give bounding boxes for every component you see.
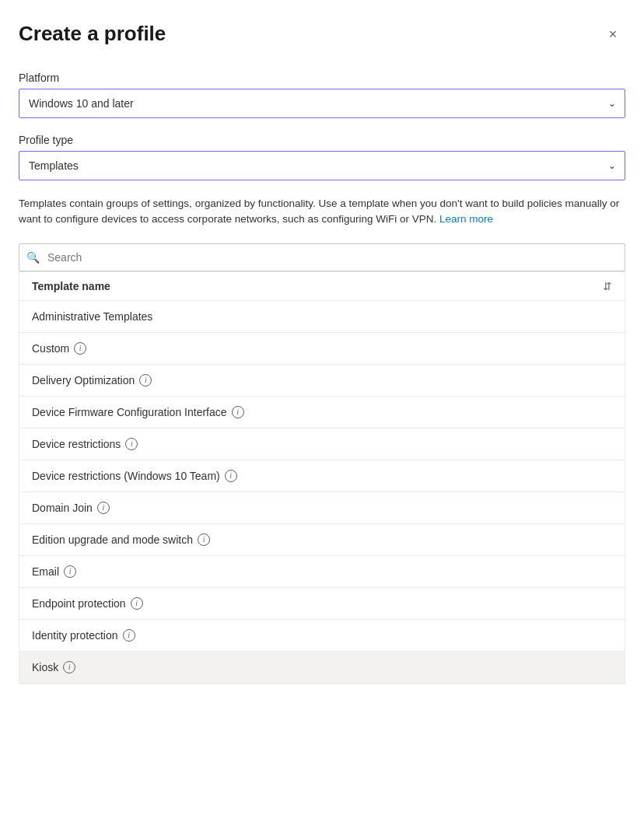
table-row[interactable]: Device restrictions i xyxy=(19,428,625,460)
table-row[interactable]: Delivery Optimization i xyxy=(19,365,625,397)
row-label: Device Firmware Configuration Interface xyxy=(32,406,227,418)
learn-more-link[interactable]: Learn more xyxy=(439,213,493,225)
template-name-column-header: Template name xyxy=(32,280,110,292)
table-row[interactable]: Identity protection i xyxy=(19,620,625,652)
row-label: Edition upgrade and mode switch xyxy=(32,533,193,546)
info-icon[interactable]: i xyxy=(232,406,244,418)
table-row[interactable]: Administrative Templates xyxy=(19,301,625,333)
row-label: Domain Join xyxy=(32,502,93,514)
template-table: Template name ⇵ Administrative Templates… xyxy=(19,271,625,684)
search-input[interactable] xyxy=(19,243,625,271)
table-row[interactable]: Custom i xyxy=(19,333,625,365)
table-row[interactable]: Email i xyxy=(19,556,625,588)
row-label: Device restrictions xyxy=(32,438,121,450)
table-header-row: Template name ⇵ xyxy=(19,271,625,301)
search-wrapper: 🔍 xyxy=(19,243,625,271)
info-icon[interactable]: i xyxy=(64,565,76,578)
info-icon[interactable]: i xyxy=(225,470,237,482)
table-row[interactable]: Endpoint protection i xyxy=(19,588,625,620)
info-icon[interactable]: i xyxy=(123,629,135,642)
row-label: Email xyxy=(32,565,59,578)
profile-type-label: Profile type xyxy=(19,134,625,146)
profile-type-select-wrapper: Templates Settings catalog ⌄ xyxy=(19,151,625,180)
table-row[interactable]: Device restrictions (Windows 10 Team) i xyxy=(19,460,625,492)
platform-select-wrapper: Windows 10 and later Windows 8.1 and lat… xyxy=(19,89,625,118)
row-label: Administrative Templates xyxy=(32,310,152,323)
info-icon[interactable]: i xyxy=(97,502,110,514)
platform-field-group: Platform Windows 10 and later Windows 8.… xyxy=(19,72,625,118)
table-row[interactable]: Edition upgrade and mode switch i xyxy=(19,524,625,556)
row-label: Identity protection xyxy=(32,629,118,642)
sort-icon[interactable]: ⇵ xyxy=(603,280,612,292)
close-button[interactable]: × xyxy=(600,22,625,47)
platform-label: Platform xyxy=(19,72,625,84)
platform-select[interactable]: Windows 10 and later Windows 8.1 and lat… xyxy=(19,89,625,118)
info-icon[interactable]: i xyxy=(131,597,143,610)
info-icon[interactable]: i xyxy=(139,374,152,387)
info-icon[interactable]: i xyxy=(198,533,210,546)
description-text: Templates contain groups of settings, or… xyxy=(19,196,625,228)
table-row[interactable]: Device Firmware Configuration Interface … xyxy=(19,397,625,428)
info-icon[interactable]: i xyxy=(125,438,138,450)
create-profile-dialog: Create a profile × Platform Windows 10 a… xyxy=(0,0,644,829)
info-icon[interactable]: i xyxy=(63,661,75,673)
profile-type-select[interactable]: Templates Settings catalog xyxy=(19,151,625,180)
dialog-title: Create a profile xyxy=(19,22,166,46)
dialog-header: Create a profile × xyxy=(19,22,625,47)
info-icon[interactable]: i xyxy=(74,342,86,355)
row-label: Endpoint protection xyxy=(32,597,126,610)
profile-type-field-group: Profile type Templates Settings catalog … xyxy=(19,134,625,180)
row-label: Kiosk xyxy=(32,661,58,673)
row-label: Delivery Optimization xyxy=(32,374,135,387)
table-row[interactable]: Kiosk i xyxy=(19,652,625,684)
row-label: Custom xyxy=(32,342,69,355)
row-label: Device restrictions (Windows 10 Team) xyxy=(32,470,220,482)
search-icon: 🔍 xyxy=(26,251,40,264)
table-row[interactable]: Domain Join i xyxy=(19,492,625,524)
